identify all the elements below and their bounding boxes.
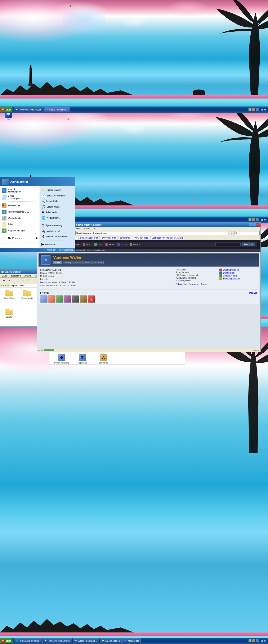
start-menu-email-label: E-MailOutlook Express xyxy=(8,195,20,200)
start-menu-email[interactable]: 📧 E-MailOutlook Express xyxy=(0,194,39,200)
da-shopping-account-link[interactable]: Shopping Account xyxy=(220,277,257,280)
ie-menu-help[interactable]: ? xyxy=(93,227,96,230)
start-button-1[interactable]: ⊞ start xyxy=(0,107,13,112)
shutdown-label: Ausschalten xyxy=(62,249,73,251)
start-menu-printers[interactable]: 🖨 Drucker und Favoriten xyxy=(40,234,75,240)
start-menu-controlpanel[interactable]: ⚙ Systemsteuerung xyxy=(40,223,75,228)
da-nav-chat[interactable]: Chat xyxy=(94,243,102,246)
updater-item[interactable]: Updater xyxy=(2,308,16,324)
exp1-search[interactable]: 🔍 xyxy=(20,278,25,282)
da-admin-link[interactable]: Admin xyxy=(201,283,207,285)
ie-link-wincustomize[interactable]: WinCustomize xyxy=(133,236,149,240)
start-menu-mycomputer[interactable]: 🖥 Arbeitsplatz xyxy=(40,210,75,215)
start-menu-mypics[interactable]: 🖼 Eigene Bilder xyxy=(40,198,75,204)
shutdown-button[interactable]: ⏻ Ausschalten xyxy=(59,249,73,251)
da-submit-print-link[interactable]: Submit Print xyxy=(220,271,257,274)
da-tab-prints[interactable]: Prints xyxy=(73,261,83,264)
da-nav-bar: Browse Shop Chat News xyxy=(67,242,257,247)
da-nav-news[interactable]: News xyxy=(105,243,114,246)
da-pageviews-link[interactable]: Pageviews xyxy=(189,283,199,285)
ie-minimize-button[interactable]: — xyxy=(249,223,252,226)
da-tab-faves[interactable]: Faves xyxy=(83,261,93,264)
start-menu-connect[interactable]: 🔌 Verbinden mit xyxy=(40,228,75,234)
ie-progress-fill xyxy=(44,350,54,351)
ie-search-input[interactable] xyxy=(235,231,260,235)
ie-link-sparkasse[interactable]: Sparkasse Advertainsten-Stabfurt xyxy=(150,236,184,240)
start-menu-mypics-label: Eigene Bilder xyxy=(46,200,58,202)
taskbar-arbeitsplatz[interactable]: 🖥 Arbeitsplatz xyxy=(122,638,141,643)
eigene-musik-icon xyxy=(23,290,31,296)
da-tab-profile[interactable]: Profile xyxy=(52,261,62,264)
exp1-folders[interactable]: 📁 xyxy=(26,278,31,282)
start-menu-mydocs[interactable]: 📁 Eigene Dateien xyxy=(40,187,75,193)
start-menu-allprograms[interactable]: Alle Programme ▶ xyxy=(0,236,39,240)
ie-link-syprofile[interactable]: SyProfileForum xyxy=(101,236,118,240)
da-tab-gallery[interactable]: Gallery xyxy=(63,261,73,264)
update-journal-icon xyxy=(220,274,222,277)
ie-maximize-button[interactable]: □ xyxy=(253,223,256,226)
start-menu-run[interactable]: ▶ Ausführen... xyxy=(40,241,75,247)
battery-icon-2 xyxy=(256,218,259,221)
eigene-bilder-item[interactable]: Eigene Bilder xyxy=(2,290,16,306)
start-menu-sep-2 xyxy=(2,235,38,235)
taskbar-deviantart[interactable]: 🌐 misteranwa on devia... xyxy=(14,638,42,643)
da-stat-scrap: Scrap [browse] xyxy=(175,271,217,274)
da-search-input[interactable] xyxy=(216,242,241,246)
mediaplayer-icon-1: ▶ xyxy=(16,108,19,111)
da-friends-manage-link[interactable]: Manage xyxy=(249,292,257,294)
aircraft-silhouette: ✈ xyxy=(69,4,72,8)
systemsteuerung-label: Systemsteuerung xyxy=(54,362,69,364)
exp1-menu-ansicht[interactable]: Ansicht xyxy=(24,274,32,277)
exp1-menu-bearbeiten[interactable]: Bearbeiten xyxy=(10,274,21,277)
exp1-back[interactable]: ◀ xyxy=(1,278,6,282)
taskbar-mediaplayer-1[interactable]: ▶ Windows Media Player xyxy=(14,107,43,112)
start-menu-editor[interactable]: 📝 Editor xyxy=(0,222,39,228)
start-menu-7zip[interactable]: 7z 7-Zip File Manager xyxy=(0,228,39,234)
taskbar-photoshop-1[interactable]: Ps Adobe Photoshop ... xyxy=(43,107,70,112)
start-menu-mymusic[interactable]: 🎵 Eigene Musik xyxy=(40,204,75,210)
ie-link-german-enets[interactable]: German-eNets Forum xyxy=(77,236,100,240)
da-profile-info: deviantART Subscriber Deviant of Many Ta… xyxy=(40,268,173,287)
network-icon-2 xyxy=(249,218,252,221)
eigene-musik-item[interactable]: Eigene Musik xyxy=(20,290,34,306)
systemsteuerung-item[interactable]: ⚙ Systemsteuerung xyxy=(52,354,71,364)
start-menu-footer: 🚪 Abmelden ⏻ Ausschalten xyxy=(0,248,75,252)
clock-3: 21:08 xyxy=(260,640,267,642)
da-update-journal-link[interactable]: Update Journal xyxy=(220,274,257,277)
da-avatar-initials: m xyxy=(45,259,47,261)
start-menu-network[interactable]: 🌐 Netzwerkum... xyxy=(40,215,75,221)
schriftarten-item[interactable]: A Schriftarten xyxy=(94,354,113,364)
eigene-musik-label: Eigene Musik xyxy=(21,297,33,299)
taskbar-photoshop-3[interactable]: Ps Adobe Photoshop ... xyxy=(73,638,99,643)
start-button-3[interactable]: ⊞ start xyxy=(0,638,13,644)
ie-menu-extras[interactable]: Extras xyxy=(83,227,90,230)
da-nav-shop[interactable]: Shop xyxy=(83,243,91,246)
da-tab-journal[interactable]: Journal xyxy=(93,261,104,264)
start-menu-photoshop[interactable]: Ps Adobe Photoshop CS2 xyxy=(0,209,39,215)
photoshop-icon-3: Ps xyxy=(74,640,77,642)
da-gallery-stats-link[interactable]: Gallery Stats xyxy=(175,283,187,285)
da-search-button[interactable]: Search Art xyxy=(242,242,255,246)
start-menu-ie[interactable]: 🌐 InternetInternet Explorer xyxy=(0,187,39,194)
taskbar-mediaplayer-3[interactable]: ▶ Windows Media Player xyxy=(43,638,72,643)
ie-go-button[interactable]: → xyxy=(229,231,234,235)
ie-link-deviantart[interactable]: deviantART xyxy=(119,236,132,240)
da-nav-forum[interactable]: Forum xyxy=(130,243,140,246)
start-menu-controlpanel-label: Systemsteuerung xyxy=(46,224,62,227)
start-menu-iconpackager[interactable]: 🖼 IconPackager xyxy=(0,202,39,209)
start-menu-windowblinds[interactable]: 🪟 WindowBlinds xyxy=(0,215,39,222)
logoff-button[interactable]: 🚪 Abmelden xyxy=(43,249,56,251)
start-menu-recent[interactable]: 🕐 Zuletzt verwendete... xyxy=(40,193,75,198)
ie-close-button[interactable]: ✕ xyxy=(256,223,260,226)
da-submit-deviation-link[interactable]: Submit Deviation xyxy=(220,268,257,271)
papierkorb-item[interactable]: 🗑 Papierkorb xyxy=(73,354,92,364)
exp1-up[interactable]: ↑ xyxy=(12,278,17,282)
da-nav-today[interactable]: Today xyxy=(117,243,127,246)
exp1-menu-datei[interactable]: Datei xyxy=(1,274,7,277)
submit-print-icon xyxy=(220,272,222,274)
friend-avatar-6 xyxy=(80,296,87,303)
windows-logo-1: ⊞ xyxy=(1,108,5,112)
exp1-forward[interactable]: ▶ xyxy=(7,278,12,282)
ie-address-input[interactable] xyxy=(75,231,229,235)
taskbar-eigene-dateien[interactable]: 📁 Eigene Dateien xyxy=(100,638,121,643)
